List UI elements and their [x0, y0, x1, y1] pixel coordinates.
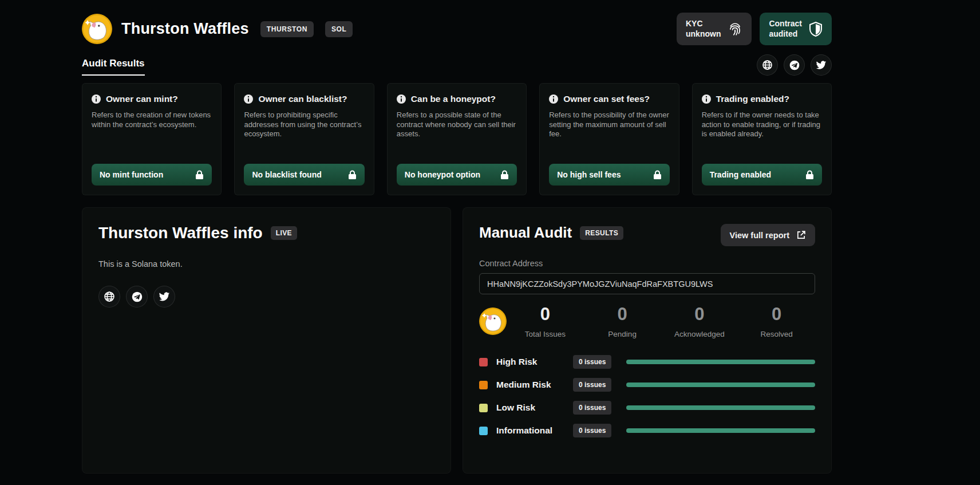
risk-label: Informational: [496, 425, 573, 436]
risk-row-high: High Risk 0 issues: [479, 354, 815, 369]
header: Thurston Waffles THURSTON SOL KYC unknow…: [82, 13, 832, 45]
lock-icon: [500, 170, 509, 180]
risk-progress-bar: [626, 428, 815, 433]
info-icon: [397, 94, 406, 104]
blacklist-status-button[interactable]: No blacklist found: [244, 164, 364, 186]
stat-value: 0: [507, 304, 584, 325]
risk-label: High Risk: [496, 357, 573, 367]
risk-progress-bar: [626, 405, 815, 410]
telegram-link-button[interactable]: [784, 54, 805, 76]
globe-icon: [762, 60, 773, 70]
stat-value: 0: [661, 304, 738, 325]
contract-audited-label: Contract audited: [769, 19, 802, 39]
audit-card-owner-can-blacklist: Owner can blacklist? Refers to prohibiti…: [234, 83, 374, 195]
globe-icon: [104, 291, 115, 302]
issues-count-badge: 0 issues: [573, 401, 611, 415]
results-badge: RESULTS: [580, 226, 623, 240]
stat-resolved: 0 Resolved: [738, 304, 815, 338]
live-badge: LIVE: [271, 226, 297, 240]
stat-label: Pending: [584, 330, 661, 338]
card-description: Refers to the creation of new tokens wit…: [92, 111, 212, 129]
fingerprint-icon: [728, 22, 742, 37]
medium-risk-color-swatch: [479, 381, 488, 389]
telegram-link-button[interactable]: [126, 286, 148, 307]
twitter-link-button[interactable]: [811, 54, 832, 76]
stat-total-issues: 0 Total Issues: [507, 304, 584, 338]
shield-icon: [809, 22, 823, 37]
issues-count-badge: 0 issues: [573, 378, 611, 392]
token-avatar: [82, 14, 112, 44]
issues-count-badge: 0 issues: [573, 355, 611, 369]
card-title: Can be a honeypot?: [411, 94, 496, 104]
mint-status-button[interactable]: No mint function: [92, 164, 212, 186]
audit-card-owner-can-mint: Owner can mint? Refers to the creation o…: [82, 83, 222, 195]
stat-value: 0: [738, 304, 815, 325]
risk-row-low: Low Risk 0 issues: [479, 400, 815, 415]
telegram-icon: [131, 291, 143, 303]
card-description: Refers to a possible state of the contra…: [397, 111, 517, 139]
risk-progress-bar: [626, 360, 815, 364]
lock-icon: [805, 170, 814, 180]
risk-row-informational: Informational 0 issues: [479, 423, 815, 438]
low-risk-color-swatch: [479, 404, 488, 412]
honeypot-status-button[interactable]: No honeypot option: [397, 164, 517, 186]
risk-label: Low Risk: [496, 403, 573, 413]
status-label: No mint function: [100, 170, 163, 179]
kyc-status-badge: KYC unknown: [677, 13, 752, 45]
card-description: Refers to the possibility of the owner s…: [549, 111, 669, 139]
audit-card-set-fees: Owner can set fees? Refers to the possib…: [539, 83, 679, 195]
risk-row-medium: Medium Risk 0 issues: [479, 377, 815, 392]
info-icon: [702, 94, 711, 104]
status-label: No blacklist found: [252, 170, 321, 179]
twitter-icon: [816, 60, 827, 70]
stat-acknowledged: 0 Acknowledged: [661, 304, 738, 338]
twitter-icon: [159, 291, 170, 302]
risk-label: Medium Risk: [496, 380, 573, 390]
informational-color-swatch: [479, 427, 488, 435]
contract-address-field[interactable]: HHaNN9jKCZZokSdy3PYMoJGZViuNaqFdRaFXBTGU…: [479, 273, 815, 294]
audit-stats: 0 Total Issues 0 Pending 0 Acknowledged: [479, 304, 815, 338]
website-link-button[interactable]: [757, 54, 778, 76]
view-full-report-button[interactable]: View full report: [721, 224, 815, 246]
chain-badge: SOL: [325, 21, 353, 37]
trading-status-button[interactable]: Trading enabled: [702, 164, 822, 186]
tab-audit-results[interactable]: Audit Results: [82, 58, 145, 76]
token-symbol-badge: THURSTON: [260, 21, 314, 37]
info-icon: [92, 94, 101, 104]
card-description: Refers to prohibiting specific addresses…: [244, 111, 364, 139]
contract-address-label: Contract Address: [479, 259, 815, 268]
issues-count-badge: 0 issues: [573, 424, 611, 437]
status-label: Trading enabled: [710, 170, 771, 179]
stat-label: Total Issues: [507, 330, 584, 338]
external-link-icon: [796, 230, 806, 240]
card-title: Owner can set fees?: [563, 94, 650, 104]
manual-audit-panel: Manual Audit RESULTS View full report Co…: [463, 207, 832, 474]
telegram-icon: [789, 60, 800, 71]
audit-card-honeypot: Can be a honeypot? Refers to a possible …: [387, 83, 527, 195]
card-title: Trading enabled?: [716, 94, 789, 104]
audit-card-trading-enabled: Trading enabled? Refers to if the owner …: [692, 83, 832, 195]
info-panel-title: Thurston Waffles info: [98, 224, 263, 242]
status-label: No high sell fees: [557, 170, 621, 179]
fees-status-button[interactable]: No high sell fees: [549, 164, 669, 186]
stat-label: Acknowledged: [661, 330, 738, 338]
token-social-links: [98, 286, 434, 307]
info-icon: [244, 94, 253, 104]
stat-pending: 0 Pending: [584, 304, 661, 338]
risk-breakdown: High Risk 0 issues Medium Risk 0 issues …: [479, 354, 815, 438]
twitter-link-button[interactable]: [153, 286, 175, 307]
card-description: Refers to if the owner needs to take act…: [702, 111, 822, 139]
contract-audited-badge: Contract audited: [760, 13, 832, 45]
page: Thurston Waffles THURSTON SOL KYC unknow…: [0, 0, 980, 485]
stat-label: Resolved: [738, 330, 815, 338]
page-title: Thurston Waffles: [121, 20, 249, 38]
website-link-button[interactable]: [98, 286, 120, 307]
status-label: No honeypot option: [405, 170, 480, 179]
token-description: This is a Solana token.: [98, 259, 434, 269]
token-info-panel: Thurston Waffles info LIVE This is a Sol…: [82, 207, 451, 474]
token-avatar: [479, 307, 507, 335]
lock-icon: [348, 170, 357, 180]
info-icon: [549, 94, 558, 104]
risk-progress-bar: [626, 383, 815, 387]
lock-icon: [653, 170, 662, 180]
